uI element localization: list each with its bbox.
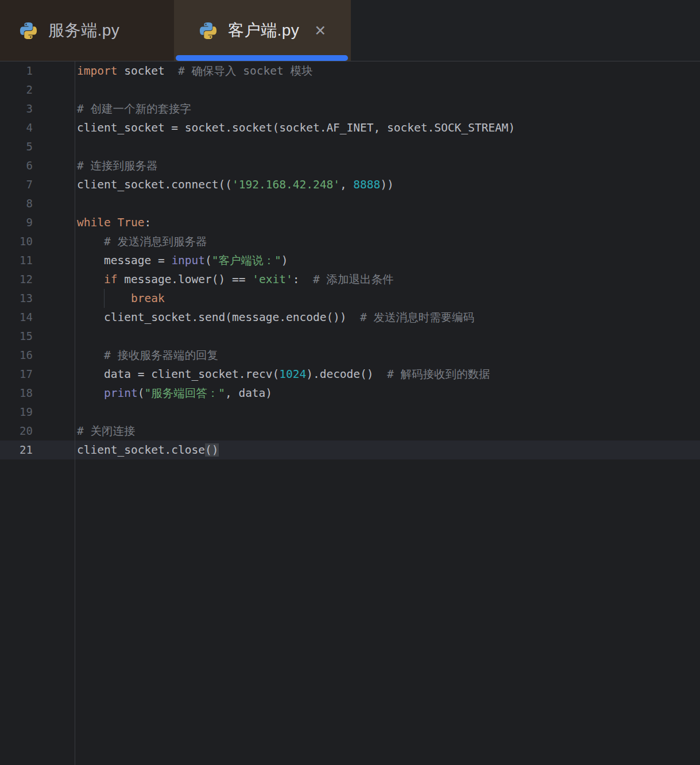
- line-number[interactable]: 21: [0, 441, 75, 459]
- code-line-9[interactable]: 9while True:: [0, 213, 700, 232]
- line-number[interactable]: 7: [0, 175, 75, 194]
- code-line-17[interactable]: 17 data = client_socket.recv(1024).decod…: [0, 365, 700, 384]
- line-number[interactable]: 11: [0, 251, 75, 270]
- line-number[interactable]: 9: [0, 213, 75, 232]
- code-text: # 创建一个新的套接字: [75, 99, 191, 118]
- code-text: break: [75, 289, 165, 308]
- code-line-5[interactable]: 5: [0, 137, 700, 156]
- code-text: client_socket.connect(('192.168.42.248',…: [75, 175, 394, 194]
- code-text: import socket # 确保导入 socket 模块: [75, 61, 313, 80]
- gutter-divider: [75, 61, 75, 765]
- code-line-20[interactable]: 20# 关闭连接: [0, 422, 700, 441]
- code-text: # 发送消息到服务器: [75, 232, 207, 251]
- code-text: [75, 80, 77, 99]
- line-number[interactable]: 10: [0, 232, 75, 251]
- line-number[interactable]: 5: [0, 137, 75, 156]
- line-number[interactable]: 1: [0, 61, 75, 80]
- tab-server-py[interactable]: 服务端.py: [0, 0, 174, 61]
- tab-label: 客户端.py: [228, 20, 299, 41]
- line-number[interactable]: 17: [0, 365, 75, 384]
- code-line-16[interactable]: 16 # 接收服务器端的回复: [0, 346, 700, 365]
- line-number[interactable]: 12: [0, 270, 75, 289]
- python-file-icon: [198, 21, 218, 41]
- code-line-21[interactable]: 21client_socket.close(): [0, 441, 700, 459]
- code-line-8[interactable]: 8: [0, 194, 700, 213]
- code-text: data = client_socket.recv(1024).decode()…: [75, 365, 490, 384]
- code-line-1[interactable]: 1import socket # 确保导入 socket 模块: [0, 61, 700, 80]
- code-text: message = input("客户端说："): [75, 251, 288, 270]
- line-number[interactable]: 19: [0, 403, 75, 422]
- python-file-icon: [18, 21, 38, 41]
- line-number[interactable]: 3: [0, 99, 75, 118]
- indent-guide: [104, 289, 105, 308]
- code-area: 1import socket # 确保导入 socket 模块23# 创建一个新…: [0, 61, 700, 459]
- code-text: # 接收服务器端的回复: [75, 346, 218, 365]
- code-line-11[interactable]: 11 message = input("客户端说："): [0, 251, 700, 270]
- code-text: client_socket.send(message.encode()) # 发…: [75, 308, 474, 327]
- active-tab-indicator: [176, 55, 348, 61]
- code-line-13[interactable]: 13 break: [0, 289, 700, 308]
- code-line-6[interactable]: 6# 连接到服务器: [0, 156, 700, 175]
- line-number[interactable]: 2: [0, 80, 75, 99]
- code-text: # 关闭连接: [75, 422, 135, 441]
- code-line-18[interactable]: 18 print("服务端回答：", data): [0, 384, 700, 403]
- code-line-12[interactable]: 12 if message.lower() == 'exit': # 添加退出条…: [0, 270, 700, 289]
- line-number[interactable]: 8: [0, 194, 75, 213]
- tab-label: 服务端.py: [48, 20, 119, 41]
- code-line-15[interactable]: 15: [0, 327, 700, 346]
- code-line-2[interactable]: 2: [0, 80, 700, 99]
- code-line-19[interactable]: 19: [0, 403, 700, 422]
- code-text: [75, 194, 77, 213]
- line-number[interactable]: 14: [0, 308, 75, 327]
- editor-tab-bar: 服务端.py 客户端.py ✕: [0, 0, 700, 61]
- code-line-7[interactable]: 7client_socket.connect(('192.168.42.248'…: [0, 175, 700, 194]
- code-line-14[interactable]: 14 client_socket.send(message.encode()) …: [0, 308, 700, 327]
- code-text: # 连接到服务器: [75, 156, 157, 175]
- code-text: [75, 327, 77, 346]
- code-text: if message.lower() == 'exit': # 添加退出条件: [75, 270, 393, 289]
- code-editor[interactable]: 1import socket # 确保导入 socket 模块23# 创建一个新…: [0, 61, 700, 765]
- code-text: while True:: [75, 213, 151, 232]
- line-number[interactable]: 20: [0, 422, 75, 441]
- line-number[interactable]: 15: [0, 327, 75, 346]
- code-text: [75, 403, 77, 422]
- tab-client-py[interactable]: 客户端.py ✕: [174, 0, 351, 61]
- code-line-4[interactable]: 4client_socket = socket.socket(socket.AF…: [0, 118, 700, 137]
- line-number[interactable]: 4: [0, 118, 75, 137]
- close-tab-icon[interactable]: ✕: [314, 24, 326, 38]
- code-text: [75, 137, 77, 156]
- line-number[interactable]: 13: [0, 289, 75, 308]
- code-line-3[interactable]: 3# 创建一个新的套接字: [0, 99, 700, 118]
- code-text: client_socket = socket.socket(socket.AF_…: [75, 118, 515, 137]
- code-text: client_socket.close(): [75, 441, 219, 459]
- line-number[interactable]: 6: [0, 156, 75, 175]
- line-number[interactable]: 16: [0, 346, 75, 365]
- line-number[interactable]: 18: [0, 384, 75, 403]
- code-line-10[interactable]: 10 # 发送消息到服务器: [0, 232, 700, 251]
- code-text: print("服务端回答：", data): [75, 384, 272, 403]
